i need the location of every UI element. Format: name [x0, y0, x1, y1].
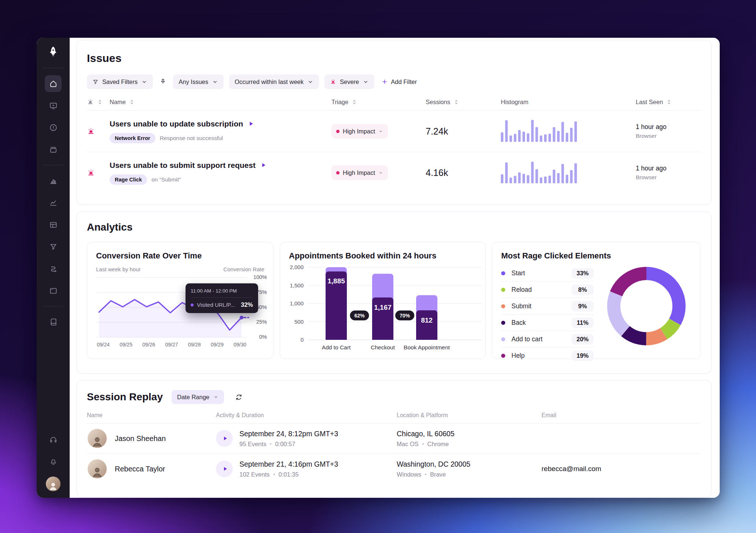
triage-dropdown[interactable]: High Impact [331, 165, 388, 180]
legend-label: Submit [511, 302, 531, 310]
session-os: Windows [397, 471, 421, 478]
user-avatar [88, 459, 107, 478]
sidebar-item-metrics[interactable] [45, 172, 62, 189]
session-location: Washington, DC 20005 [397, 460, 542, 468]
sort-icon[interactable] [454, 99, 459, 105]
legend-value: 19% [572, 350, 594, 361]
sidebar-item-docs[interactable] [45, 313, 62, 330]
last-seen-platform: Browser [636, 133, 701, 139]
bar-chart-icon [49, 177, 58, 185]
svg-text:500: 500 [294, 319, 304, 325]
time-range-label: Occurred within last week [235, 78, 304, 85]
saved-filters-label: Saved Filters [102, 78, 137, 85]
session-table-header: Name Activity & Duration Location & Plat… [87, 412, 701, 423]
session-events: 102 Events [239, 471, 270, 478]
sidebar-item-paths[interactable] [45, 260, 62, 277]
sort-icon[interactable] [97, 99, 103, 105]
pin-filters-button[interactable] [159, 78, 167, 86]
series-dot [191, 304, 194, 306]
tooltip-time-range: 11:00 AM - 12:00 PM [191, 288, 253, 294]
legend-label: Back [511, 319, 526, 327]
sidebar-item-notifications[interactable] [45, 453, 62, 470]
issue-type-label: Any Issues [179, 78, 208, 85]
app-logo[interactable] [45, 43, 62, 60]
time-range-filter[interactable]: Occurred within last week [229, 74, 319, 89]
column-header-sessions: Sessions [426, 99, 450, 106]
svg-text:1,885: 1,885 [327, 277, 345, 285]
sidebar-divider [43, 165, 64, 165]
play-session-button[interactable] [216, 430, 233, 447]
x-tick: 09/25 [120, 342, 132, 348]
rage-clicked-card: Most Rage Clicked Elements Start 33% Rel… [492, 242, 701, 359]
svg-text:1,500: 1,500 [290, 282, 304, 288]
siren-icon [87, 128, 95, 136]
filter-funnel-icon [49, 243, 58, 251]
sort-icon[interactable] [666, 99, 672, 105]
issue-note: on “Submit” [151, 176, 181, 183]
session-duration: 0:01:35 [279, 471, 299, 478]
user-path-icon [49, 265, 58, 273]
add-filter-button[interactable]: Add Filter [381, 78, 417, 85]
session-row[interactable]: Rebecca Taylor September 21, 4:16pm GMT+… [87, 454, 701, 484]
sidebar-item-archive[interactable] [45, 141, 62, 158]
main-content: Issues Saved Filters Any Issues Occurred… [70, 38, 720, 498]
chevron-down-icon [378, 170, 383, 175]
issue-title: Users unable to submit support request [110, 161, 256, 170]
chevron-down-icon [212, 79, 218, 85]
legend-label: Start [511, 269, 525, 277]
sidebar-item-funnels[interactable] [45, 238, 62, 255]
sidebar-item-session-replays[interactable] [45, 97, 62, 114]
siren-icon [330, 79, 336, 85]
legend-item: Help 19% [501, 348, 594, 364]
legend-item: Start 33% [501, 265, 594, 282]
person-icon [48, 481, 58, 491]
sidebar-item-home[interactable] [45, 75, 62, 92]
chevron-down-icon [141, 79, 147, 85]
archive-box-icon [49, 146, 58, 154]
sidebar-item-tables[interactable] [45, 216, 62, 233]
column-header-histogram: Histogram [501, 99, 528, 106]
filter-funnel-icon [92, 79, 99, 85]
sidebar-item-trends[interactable] [45, 194, 62, 211]
legend-dot [501, 271, 505, 275]
line-chart-icon [49, 199, 58, 207]
session-location: Chicago, IL 60605 [397, 430, 542, 438]
severity-filter[interactable]: Severe [324, 74, 374, 89]
session-email: rebecca@mail.com [542, 465, 701, 473]
issue-row[interactable]: Users unable to submit support request R… [87, 152, 701, 193]
legend-dot [501, 304, 505, 308]
column-header-activity: Activity & Duration [216, 412, 397, 419]
bullet-separator [270, 443, 271, 445]
issue-type-badge: Rage Click [110, 174, 147, 185]
donut-legend: Start 33% Reload 8% Submit 9% Back 11% A… [501, 265, 594, 364]
svg-text:Book Appointment: Book Appointment [404, 344, 450, 350]
session-row[interactable]: Jason Sheehan September 24, 8:12pm GMT+3… [87, 423, 701, 454]
sidebar-divider [43, 68, 64, 68]
date-range-dropdown[interactable]: Date Range [172, 390, 224, 404]
siren-icon [87, 169, 95, 177]
issue-histogram [501, 160, 636, 185]
data-table-icon [49, 221, 58, 229]
saved-filters-button[interactable]: Saved Filters [87, 74, 153, 89]
play-issue-button[interactable] [248, 121, 254, 127]
headphones-icon [49, 435, 58, 444]
rocket-icon [48, 46, 59, 57]
issue-row[interactable]: Users unable to update subscription Netw… [87, 111, 701, 152]
play-issue-button[interactable] [260, 162, 267, 168]
sort-icon[interactable] [129, 99, 135, 105]
legend-dot [501, 354, 505, 358]
svg-text:62%: 62% [354, 313, 365, 319]
sidebar-item-support[interactable] [45, 431, 62, 448]
play-session-button[interactable] [216, 460, 233, 477]
sort-icon[interactable] [352, 99, 357, 105]
sidebar-item-pages[interactable] [45, 282, 62, 299]
chevron-down-icon [213, 394, 219, 400]
session-replay-section: Session Replay Date Range Name Activity … [76, 380, 712, 498]
column-header-name: Name [110, 99, 126, 106]
legend-label: Reload [511, 286, 532, 294]
issue-type-filter[interactable]: Any Issues [173, 74, 224, 89]
user-profile-avatar[interactable] [46, 477, 60, 491]
triage-dropdown[interactable]: High Impact [331, 124, 388, 139]
sidebar-item-issues[interactable] [45, 119, 62, 136]
refresh-button[interactable] [235, 393, 243, 401]
